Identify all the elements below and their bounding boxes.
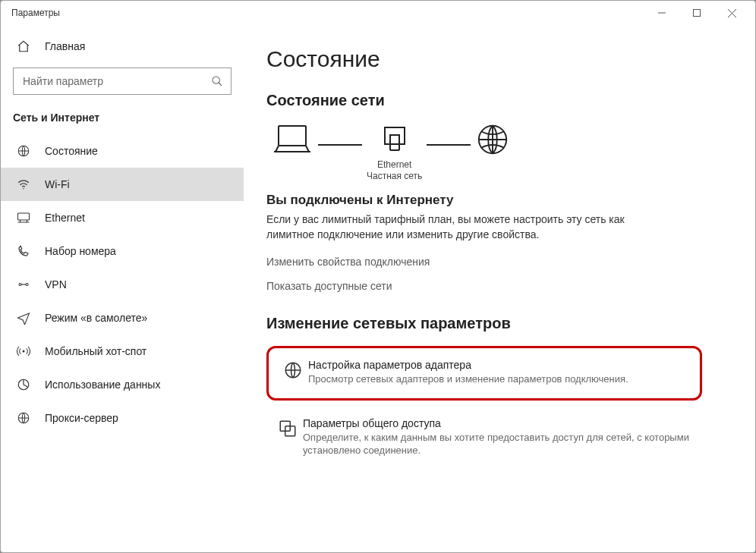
- sidebar-item-label: Ethernet: [45, 212, 85, 224]
- globe-large-icon: [475, 123, 510, 156]
- setting-row-sharing-options[interactable]: Параметры общего доступа Определите, к к…: [266, 411, 704, 465]
- setting-row-adapter-options[interactable]: Настройка параметров адаптера Просмотр с…: [272, 353, 697, 394]
- diagram-internet-node: [475, 123, 510, 182]
- svg-rect-4: [18, 213, 30, 220]
- main-panel: Состояние Состояние сети: [244, 25, 755, 552]
- sharing-row-title: Параметры общего доступа: [303, 417, 698, 429]
- sidebar-item-wifi[interactable]: Wi-Fi: [1, 168, 244, 201]
- titlebar: Параметры: [1, 1, 755, 25]
- page-title: Состояние: [266, 46, 732, 72]
- home-icon: [16, 39, 31, 53]
- sidebar-item-label: Состояние: [45, 145, 98, 157]
- diagram-connector: [427, 144, 471, 146]
- minimize-button[interactable]: [644, 1, 679, 25]
- app-body: Главная Сеть и Интернет: [1, 25, 755, 552]
- sidebar-item-label: Wi-Fi: [45, 178, 70, 190]
- sidebar: Главная Сеть и Интернет: [1, 25, 244, 552]
- sidebar-item-status[interactable]: Состояние: [1, 134, 244, 168]
- sidebar-home-label: Главная: [45, 40, 85, 52]
- ethernet-icon: [16, 211, 31, 225]
- highlight-annotation: Настройка параметров адаптера Просмотр с…: [266, 346, 702, 401]
- sidebar-section-title: Сеть и Интернет: [1, 95, 244, 134]
- airplane-icon: [16, 311, 31, 325]
- svg-rect-0: [694, 10, 701, 17]
- diagram-router-node: Ethernet Частная сеть: [367, 123, 422, 182]
- maximize-button[interactable]: [679, 1, 714, 25]
- sidebar-item-label: Мобильный хот-спот: [45, 345, 146, 357]
- router-icon: [379, 123, 411, 156]
- window-title: Параметры: [11, 8, 644, 18]
- svg-point-6: [26, 284, 28, 286]
- connected-heading: Вы подключены к Интернету: [266, 193, 732, 208]
- sidebar-item-ethernet[interactable]: Ethernet: [1, 201, 244, 234]
- search-wrap: [13, 68, 232, 95]
- link-change-connection-props[interactable]: Изменить свойства подключения: [266, 256, 732, 268]
- sidebar-item-label: Использование данных: [45, 379, 160, 391]
- connected-description: Если у вас лимитный тарифный план, вы мо…: [266, 212, 631, 242]
- network-diagram: Ethernet Частная сеть: [271, 123, 732, 182]
- close-button[interactable]: [714, 1, 749, 25]
- svg-point-5: [19, 284, 21, 286]
- sidebar-item-home[interactable]: Главная: [1, 31, 244, 61]
- globe-icon: [16, 144, 31, 158]
- sidebar-item-vpn[interactable]: VPN: [1, 268, 244, 301]
- laptop-icon: [271, 123, 313, 156]
- sidebar-item-airplane[interactable]: Режим «в самолете»: [1, 301, 244, 335]
- sidebar-item-dialup[interactable]: Набор номера: [1, 234, 244, 268]
- sharing-row-desc: Определите, к каким данным вы хотите пре…: [303, 431, 698, 457]
- sidebar-item-datausage[interactable]: Использование данных: [1, 368, 244, 401]
- sidebar-nav-list: Состояние Wi-Fi: [1, 134, 244, 435]
- window-controls: [644, 1, 749, 25]
- data-usage-icon: [16, 378, 31, 391]
- svg-point-1: [213, 77, 219, 83]
- sharing-icon: [272, 417, 303, 438]
- svg-rect-10: [279, 126, 306, 146]
- sidebar-item-label: Набор номера: [45, 245, 116, 257]
- sidebar-item-label: VPN: [45, 278, 67, 291]
- sidebar-item-label: Режим «в самолете»: [45, 312, 147, 324]
- link-show-available-networks[interactable]: Показать доступные сети: [266, 280, 732, 292]
- diagram-connector: [318, 144, 362, 146]
- wifi-icon: [16, 178, 31, 191]
- sidebar-item-proxy[interactable]: Прокси-сервер: [1, 401, 244, 435]
- proxy-icon: [16, 411, 31, 425]
- phone-icon: [16, 244, 31, 258]
- sidebar-item-hotspot[interactable]: Мобильный хот-спот: [1, 335, 244, 368]
- diagram-pc-node: [271, 123, 313, 182]
- adapter-icon: [278, 359, 308, 380]
- vpn-icon: [16, 278, 31, 291]
- sidebar-item-label: Прокси-сервер: [45, 412, 118, 424]
- search-input[interactable]: [21, 74, 211, 88]
- search-icon: [211, 75, 223, 87]
- network-status-heading: Состояние сети: [266, 92, 732, 109]
- hotspot-icon: [16, 344, 31, 358]
- diagram-middle-caption: Ethernet Частная сеть: [367, 159, 422, 182]
- change-network-settings-heading: Изменение сетевых параметров: [266, 315, 732, 332]
- adapter-row-title: Настройка параметров адаптера: [308, 359, 691, 371]
- svg-point-3: [23, 188, 24, 190]
- adapter-row-desc: Просмотр сетевых адаптеров и изменение п…: [308, 372, 691, 386]
- settings-window: Параметры Главная: [0, 0, 756, 553]
- search-box[interactable]: [13, 68, 232, 95]
- svg-point-7: [23, 350, 25, 353]
- svg-rect-12: [390, 135, 399, 144]
